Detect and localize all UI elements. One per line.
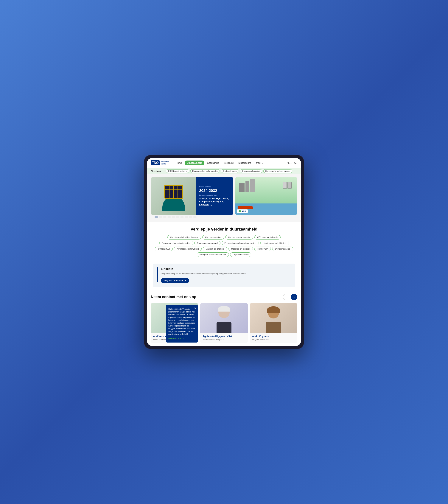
agnieszka-role: Senior scientist integrator <box>202 339 245 341</box>
carousel-dot-2[interactable] <box>163 216 166 217</box>
contact-header: Neem contact met ons op ← → <box>151 294 297 300</box>
linkedin-section: LinkedIn Volg ons en blijf op de hoogte … <box>147 261 301 290</box>
breadcrumb-tag-systeem[interactable]: Systeemtransitie <box>221 169 239 173</box>
svg-point-0 <box>294 162 296 163</box>
carousel-dot-8[interactable] <box>189 216 192 217</box>
tag-circulaire-waardecreatie[interactable]: Circulaire waardecreatie <box>225 235 253 239</box>
device-screen: TNO innovationfor life Home Duurzaamheid… <box>147 158 301 346</box>
chevron-down-icon: ⌄ <box>262 162 264 164</box>
contact-title: Neem contact met ons op <box>151 295 196 299</box>
tag-infrastructuur[interactable]: Infrastructuur <box>155 247 173 251</box>
carousel-dot-0[interactable] <box>155 216 158 217</box>
nav-digitalisering[interactable]: Digitalisering <box>236 161 253 165</box>
contact-card-agnieszka[interactable]: Agnieszka Bigaj-van Vliet Senior scienti… <box>200 303 248 343</box>
tag-intelligent-verkeer[interactable]: Intelligent verkeer en vervoer <box>197 252 229 257</box>
harbor-illustration <box>235 177 297 215</box>
tag-digitale-innovatie[interactable]: Digitale innovatie <box>230 252 251 257</box>
status-label: Status project <box>199 186 230 188</box>
agnieszka-info: Agnieszka Bigaj-van Vliet Senior scienti… <box>200 333 248 343</box>
breadcrumb-tags: CO2 Neutrale industrie Duurzame chemisch… <box>166 169 292 173</box>
partners-text: Solarge, MCPV, HyET Solar,Compoform, Ene… <box>199 197 230 206</box>
prev-contact-button[interactable]: ← <box>283 294 289 300</box>
language-selector[interactable]: NL ⌄ <box>287 162 292 164</box>
tag-duurzame-ondergrond[interactable]: Duurzame ondergrond <box>194 241 220 245</box>
tablet-device: TNO innovationfor life Home Duurzaamheid… <box>144 155 304 349</box>
nav-meer[interactable]: Meer ⌄ <box>254 161 266 165</box>
tag-ruimtevaart[interactable]: Ruimtevaart <box>254 247 271 251</box>
solar-cell-image <box>151 177 196 215</box>
ando-photo <box>250 303 297 333</box>
linkedin-card: LinkedIn Volg ons en blijf op de hoogte … <box>153 264 295 287</box>
nav-home[interactable]: Home <box>174 161 184 165</box>
linkedin-content: LinkedIn Volg ons en blijf op de hoogte … <box>161 267 291 283</box>
deepen-tags: Circulair en industrieel bouwen Circulai… <box>153 235 295 257</box>
hero-section: Status project 2024-2032 In samenwerking… <box>147 174 301 222</box>
nav-gezondheid[interactable]: Gezondheid <box>205 161 221 165</box>
carousel-dot-9[interactable] <box>193 216 197 217</box>
external-link-icon: ↗ <box>184 279 186 282</box>
tno-logo: TNO <box>151 160 160 165</box>
hero-card-solar[interactable]: Status project 2024-2032 In samenwerking… <box>151 177 233 215</box>
nav-links: Home Duurzaamheid Gezondheid Veiligheid … <box>174 161 287 165</box>
tag-circulair-bouwen[interactable]: Circulair en industrieel bouwen <box>167 235 201 239</box>
contact-card-ando[interactable]: Ando Kuypers Program coördinator <box>250 303 297 343</box>
agnieszka-photo <box>200 303 248 333</box>
tag-mobiliteit[interactable]: Mobiliteit en logistiek <box>229 247 253 251</box>
arrow-right-icon: → <box>162 170 164 172</box>
svg-line-1 <box>296 163 297 164</box>
breadcrumb-tag-elektriciteit[interactable]: Duurzame elektriciteit <box>240 169 262 173</box>
hero-card-harbor[interactable]: NENS <box>235 177 297 215</box>
deepen-title: Verdiep je verder in duurzaamheid <box>153 227 295 232</box>
carousel-dot-5[interactable] <box>176 216 179 217</box>
search-icon[interactable] <box>294 161 297 165</box>
person-body <box>216 322 232 333</box>
tag-duurzame-chemisch[interactable]: Duurzame chemische industrie <box>159 241 193 245</box>
breadcrumb-tag-verkeer[interactable]: Slim en veilig verkeer en ver... <box>263 169 292 173</box>
year-range: 2024-2032 <box>199 189 230 193</box>
contact-nav-arrows: ← → <box>283 294 297 300</box>
tag-hernieuwbare[interactable]: Hernieuwbare elektriciteit <box>260 241 289 245</box>
person-body <box>266 322 281 333</box>
contact-section: Neem contact met ons op ← → <box>147 290 301 346</box>
breadcrumb-bar: Direct naar → CO2 Neutrale industrie Duu… <box>147 168 301 174</box>
tag-co2-neutrale[interactable]: CO2 neutrale industrie <box>254 235 281 239</box>
tag-energie-gebouwd[interactable]: Energie in de gebouwde omgeving <box>222 241 259 245</box>
carousel-dot-3[interactable] <box>167 216 171 217</box>
adri-info: Adri Vervuurt Senior scientist integrato… <box>151 333 198 343</box>
hero-info-box: Status project 2024-2032 In samenwerking… <box>196 177 233 215</box>
nav-right: NL ⌄ <box>287 161 297 165</box>
contact-cards: ✕ Hallo ik ben Adri Vervuurt, programmam… <box>151 303 297 343</box>
adri-role: Senior scientist integrator <box>153 339 196 341</box>
logo-area[interactable]: TNO innovationfor life <box>151 160 169 165</box>
nens-badge: NENS <box>237 209 248 213</box>
carousel-dot-6[interactable] <box>180 216 184 217</box>
tag-maritiem[interactable]: Maritiem en offshore <box>203 247 227 251</box>
next-contact-button[interactable]: → <box>291 294 297 300</box>
tag-circulaire-plastics[interactable]: Circulaire plastics <box>202 235 224 239</box>
ando-name: Ando Kuypers <box>252 335 295 338</box>
hero-cards: Status project 2024-2032 In samenwerking… <box>151 177 297 215</box>
carousel-dot-7[interactable] <box>185 216 188 217</box>
chevron-down-icon: ⌄ <box>290 162 292 164</box>
deepen-section: Verdiep je verder in duurzaamheid Circul… <box>147 222 301 261</box>
breadcrumb-tag-chemisch[interactable]: Duurzame chemische industrie <box>190 169 220 173</box>
samenwerking-label: In samenwerking met <box>199 194 230 196</box>
adri-name: Adri Vervuurt <box>153 335 196 338</box>
linkedin-follow-button[interactable]: Volg TNO duurzaam ↗ <box>161 278 189 283</box>
nav-veiligheid[interactable]: Veiligheid <box>222 161 236 165</box>
tag-klimaat[interactable]: Klimaat en luchtkwaliteit <box>174 247 201 251</box>
nav-duurzaamheid[interactable]: Duurzaamheid <box>185 161 205 165</box>
linkedin-title: LinkedIn <box>161 267 291 271</box>
person-body <box>167 322 182 333</box>
breadcrumb-tag-co2[interactable]: CO2 Neutrale industrie <box>166 169 189 173</box>
nens-logo-circle <box>239 210 241 212</box>
carousel-dot-4[interactable] <box>172 216 175 217</box>
carousel-dot-1[interactable] <box>159 216 162 217</box>
linkedin-border-accent <box>157 267 158 282</box>
agnieszka-name: Agnieszka Bigaj-van Vliet <box>202 335 245 338</box>
tag-systeemtransitie[interactable]: Systeemtransitie <box>272 247 293 251</box>
ando-info: Ando Kuypers Program coördinator <box>250 333 297 343</box>
linkedin-description: Volg ons en blijf op de hoogte van nieuw… <box>161 272 291 275</box>
navbar: TNO innovationfor life Home Duurzaamheid… <box>147 158 301 168</box>
contact-card-adri[interactable]: ✕ Hallo ik ben Adri Vervuurt, programmam… <box>151 303 198 343</box>
